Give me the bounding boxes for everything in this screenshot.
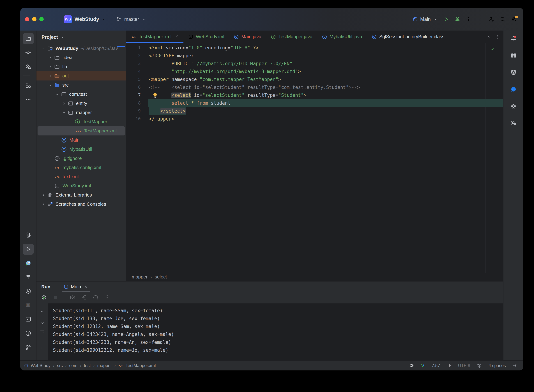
editor-tab-webstudy-iml[interactable]: WebStudy.iml bbox=[183, 31, 229, 43]
tool-button-chat-plugin[interactable] bbox=[508, 84, 519, 95]
tool-button-build[interactable] bbox=[23, 272, 34, 283]
code-line-9[interactable]: 9 </select> bbox=[126, 107, 503, 115]
chevron-right-icon[interactable] bbox=[47, 65, 54, 69]
code-line-5[interactable]: 5<mapper namespace="com.test.mapper.Test… bbox=[126, 75, 503, 83]
line-number[interactable]: 3 bbox=[126, 60, 148, 68]
tree-item-src[interactable]: src bbox=[37, 80, 126, 90]
tool-button-run[interactable] bbox=[23, 244, 34, 255]
tool-button-pull-requests[interactable]: ? bbox=[23, 61, 34, 72]
tool-button-structure[interactable] bbox=[23, 80, 34, 91]
tree-item-mybatis-config-xml[interactable]: </>mybatis-config.xml bbox=[37, 163, 126, 172]
tool-button-database[interactable] bbox=[23, 230, 34, 241]
close-tab-icon[interactable] bbox=[174, 34, 179, 40]
chevron-down-icon[interactable] bbox=[41, 46, 46, 51]
line-separator[interactable]: LF bbox=[446, 363, 452, 368]
rerun-button[interactable] bbox=[41, 294, 47, 301]
bear-plugin-icon[interactable] bbox=[477, 363, 482, 368]
close-icon[interactable] bbox=[174, 34, 179, 38]
chevron-right-icon[interactable] bbox=[61, 101, 67, 106]
inspections-ok-icon[interactable] bbox=[489, 46, 495, 52]
project-panel-header[interactable]: Project bbox=[37, 31, 126, 44]
tab-options-button[interactable] bbox=[494, 34, 500, 40]
editor-tab-main-java[interactable]: CMain.java bbox=[229, 31, 266, 43]
tool-button-dev-containers[interactable]: [ ] bbox=[23, 300, 34, 311]
debug-button[interactable] bbox=[454, 16, 460, 22]
tree-item-external-libraries[interactable]: External Libraries bbox=[37, 191, 126, 200]
expand-button[interactable] bbox=[40, 345, 45, 351]
tree-item-entity[interactable]: entity bbox=[37, 99, 126, 108]
code-with-me-button[interactable] bbox=[488, 16, 494, 22]
status-path-test[interactable]: test bbox=[84, 363, 91, 368]
scroll-to-bottom-button[interactable] bbox=[40, 320, 45, 325]
chevron-right-icon[interactable] bbox=[47, 55, 54, 60]
tree-item-out[interactable]: out bbox=[37, 71, 126, 80]
chevron-right-icon[interactable] bbox=[48, 74, 53, 78]
tool-button-project[interactable] bbox=[23, 33, 34, 44]
tool-button-terminal[interactable] bbox=[23, 314, 34, 325]
tool-button-openai-plugin[interactable] bbox=[508, 101, 519, 112]
tree-item-gitignore[interactable]: .gitignore bbox=[37, 154, 126, 163]
minimize-window-button[interactable] bbox=[32, 17, 37, 21]
code-line-1[interactable]: 1<?xml version="1.0" encoding="UTF-8" ?> bbox=[126, 44, 503, 52]
tool-button-ai-assistant-plugin[interactable] bbox=[508, 67, 519, 78]
tree-item-webstudy[interactable]: WebStudy~/Desktop/CS/Jav bbox=[37, 44, 126, 53]
vcs-widget[interactable]: master bbox=[116, 17, 146, 22]
line-number[interactable]: 6 bbox=[126, 83, 148, 91]
indent-setting[interactable]: 4 spaces bbox=[488, 363, 506, 368]
caret-position[interactable]: 7:57 bbox=[431, 363, 440, 368]
unlock-icon[interactable] bbox=[512, 363, 517, 368]
tree-item-testmapper-xml[interactable]: </>TestMapper.xml bbox=[37, 126, 125, 135]
breadcrumb-mapper[interactable]: mapper bbox=[132, 274, 148, 280]
code-editor[interactable]: 1<?xml version="1.0" encoding="UTF-8" ?>… bbox=[126, 43, 503, 273]
line-number[interactable]: 10 bbox=[126, 115, 148, 123]
chevron-right-icon[interactable] bbox=[41, 202, 46, 207]
status-path-src[interactable]: src bbox=[57, 363, 63, 368]
line-number[interactable]: 4 bbox=[126, 68, 148, 75]
file-encoding[interactable]: UTF-8 bbox=[458, 363, 470, 368]
v-plugin-icon[interactable] bbox=[421, 363, 425, 368]
tree-item-mybatisutil[interactable]: CMybatisUtil bbox=[37, 145, 126, 154]
tree-item-testmapper[interactable]: ITestMapper bbox=[37, 117, 126, 126]
code-line-10[interactable]: 10</mapper> bbox=[126, 115, 503, 123]
editor-tab-testmapper-java[interactable]: ITestMapper.java bbox=[266, 31, 317, 43]
line-number[interactable]: 1 bbox=[126, 44, 148, 52]
status-path-webstudy[interactable]: WebStudy bbox=[31, 363, 51, 368]
tree-item-main[interactable]: CMain bbox=[37, 135, 126, 145]
tool-button-notifications[interactable] bbox=[508, 33, 519, 44]
soft-wrap-button[interactable] bbox=[40, 329, 45, 335]
chevron-down-icon[interactable] bbox=[54, 92, 61, 97]
tool-button-code-with-me[interactable] bbox=[508, 117, 519, 129]
line-number[interactable]: 9 bbox=[126, 107, 148, 115]
chevron-down-icon[interactable] bbox=[40, 46, 47, 51]
tree-item-idea[interactable]: .idea bbox=[37, 53, 126, 62]
more-actions-button[interactable] bbox=[466, 17, 471, 22]
line-number[interactable]: 7 bbox=[126, 91, 148, 99]
search-everywhere-button[interactable] bbox=[500, 16, 506, 22]
chevron-down-icon[interactable] bbox=[62, 110, 66, 115]
tool-button-problems[interactable] bbox=[23, 328, 34, 339]
hidden-tabs-button[interactable] bbox=[487, 34, 492, 40]
tree-item-lib[interactable]: lib bbox=[37, 62, 126, 71]
intention-bulb-icon[interactable] bbox=[152, 92, 158, 98]
line-number[interactable]: 2 bbox=[126, 52, 148, 60]
run-configuration-selector[interactable]: Main bbox=[412, 17, 437, 22]
status-path-com[interactable]: com bbox=[69, 363, 77, 368]
tool-button-database[interactable] bbox=[508, 50, 519, 61]
close-window-button[interactable] bbox=[25, 17, 29, 21]
more-options-button[interactable] bbox=[104, 294, 110, 301]
code-line-6[interactable]: 6<!-- <select id="selectStudent" resultT… bbox=[126, 83, 503, 91]
project-widget[interactable]: WS WebStudy bbox=[64, 15, 106, 23]
code-line-7[interactable]: 7 <select id="selectStudent" resultType=… bbox=[126, 91, 503, 99]
tree-item-scratches-and-consoles[interactable]: Scratches and Consoles bbox=[37, 200, 126, 209]
line-number[interactable]: 5 bbox=[126, 75, 148, 83]
run-button[interactable] bbox=[443, 16, 449, 22]
code-line-8[interactable]: 8 select * from student bbox=[126, 99, 503, 107]
tool-button-services[interactable] bbox=[23, 286, 34, 297]
tree-item-com-test[interactable]: com.test bbox=[37, 90, 126, 99]
close-run-tab-icon[interactable] bbox=[84, 284, 88, 289]
tree-item-text-xml[interactable]: </>text.xml bbox=[37, 172, 126, 181]
editor-tab-sqlsessionfactorybuilder-class[interactable]: CSqlSessionFactoryBuilder.class bbox=[367, 31, 449, 43]
chevron-right-icon[interactable] bbox=[40, 193, 47, 197]
line-number[interactable]: 8 bbox=[126, 99, 148, 107]
tool-button-version-control[interactable] bbox=[23, 342, 34, 353]
